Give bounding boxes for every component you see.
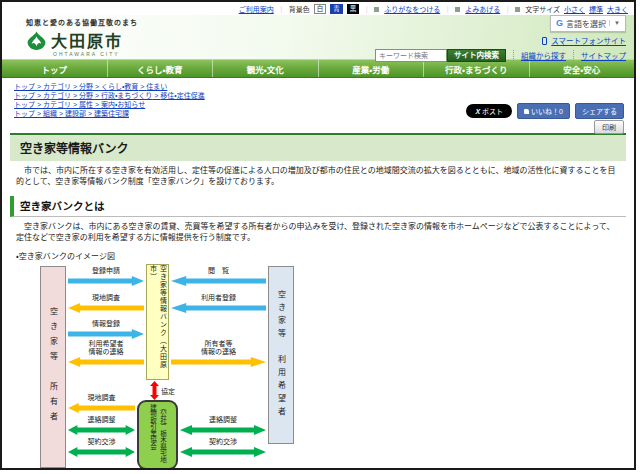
arrow-label: 契約交渉 — [180, 438, 266, 446]
furigana-icon — [374, 7, 379, 12]
arrow-site-survey-assoc — [68, 403, 135, 413]
search-input[interactable] — [375, 49, 447, 62]
breadcrumb-link[interactable]: 住まい — [146, 83, 167, 90]
agreement-arrow — [150, 381, 159, 400]
arrow-owner-info-contact — [171, 357, 266, 367]
breadcrumb-link[interactable]: 案内・お知らせ — [101, 101, 145, 108]
bg-blue-button[interactable]: 青 — [330, 4, 343, 14]
breadcrumb-link[interactable]: カテゴリ — [43, 92, 79, 99]
user-box: 空き家等 利用希望者 — [268, 266, 294, 444]
arrow-site-survey — [68, 303, 144, 313]
breadcrumb-link[interactable]: トップ — [14, 110, 43, 117]
breadcrumb-link[interactable]: 組織 — [43, 110, 65, 117]
arrow-user-registration — [171, 303, 266, 313]
sitemap-link[interactable]: サイトマップ — [573, 50, 626, 61]
breadcrumb-link[interactable]: 分野 — [79, 92, 101, 99]
city-tagline: 知恵と愛のある協働互敬のまち — [26, 17, 138, 27]
arrow-label: 現地調査 — [68, 294, 144, 302]
arrow-label: 所有者等 情報の連絡 — [171, 340, 266, 356]
nav-living-education[interactable]: くらし・教育 — [107, 60, 213, 77]
arrow-label: 連絡調整 — [180, 416, 266, 424]
facebook-share-button[interactable]: シェアする — [575, 103, 624, 119]
nav-government[interactable]: 行政・まちづくり — [423, 60, 529, 77]
x-post-label: ポスト — [482, 108, 503, 115]
section-paragraph: 空き家バンクは、市内にある空き家の賃貸、売買等を希望する所有者からの申込みを受け… — [16, 222, 620, 243]
arrow-liaison-left — [68, 425, 135, 435]
language-select-label: 言語を選択 — [566, 18, 606, 29]
nav-industry-labor[interactable]: 産業・労働 — [318, 60, 424, 77]
breadcrumb-link[interactable]: くらし・教育 — [101, 83, 146, 90]
separator: ｜ — [278, 4, 285, 14]
google-translate-icon: G — [556, 18, 563, 28]
city-logo-icon — [26, 30, 47, 51]
smartphone-icon — [542, 37, 547, 45]
thumbs-up-icon — [524, 109, 529, 114]
nav-tourism-culture[interactable]: 観光・文化 — [212, 60, 318, 77]
site-header: 知恵と愛のある協働互敬のまち 大田原市 OHTAWARA CITY G 言語を選… — [2, 15, 634, 59]
background-color-label: 背景色 — [289, 4, 310, 14]
separator: ｜ — [363, 4, 370, 14]
arrow-contract-left — [68, 447, 135, 457]
like-label: いいね！0 — [531, 108, 563, 115]
bg-white-button[interactable]: 白 — [314, 4, 327, 14]
speaker-icon — [455, 7, 460, 12]
breadcrumb-line: トップカテゴリ分野くらし・教育住まい — [14, 82, 634, 91]
bg-black-button[interactable]: 黒 — [347, 4, 360, 14]
breadcrumb-link[interactable]: 移住・定住促進 — [160, 92, 204, 99]
bank-box: 空き家等情報バンク（大田原市） — [146, 264, 169, 380]
site-brand[interactable]: 知恵と愛のある協働互敬のまち 大田原市 OHTAWARA CITY — [26, 17, 138, 57]
language-select[interactable]: G 言語を選択 ▼ — [550, 15, 626, 32]
arrow-label: 登録申請 — [68, 267, 144, 275]
breadcrumb-link[interactable]: 属性 — [79, 101, 101, 108]
arrow-label: 現地調査 — [68, 394, 135, 402]
arrow-contract-right — [180, 447, 266, 457]
facebook-like-button[interactable]: いいね！0 — [517, 103, 570, 119]
breadcrumb-link[interactable]: カテゴリ — [43, 101, 79, 108]
breadcrumb-link[interactable]: カテゴリ — [43, 83, 79, 90]
vacant-house-bank-diagram: 空き家等 所有者 空き家等 利用希望者 空き家等情報バンク（大田原市） （公社）… — [40, 264, 294, 470]
diagram-caption: ・空き家バンクのイメージ図 — [16, 250, 634, 261]
org-search-link[interactable]: 組織から探す — [513, 50, 566, 61]
print-button[interactable]: 印刷 — [594, 120, 624, 134]
smartphone-site-link[interactable]: スマートフォンサイト — [551, 37, 626, 46]
owner-box: 空き家等 所有者 — [40, 266, 66, 468]
city-name-en: OHTAWARA CITY — [53, 51, 138, 57]
browser-page: ご利用案内 ｜ 背景色 白 青 黒 ｜ ふりがなをつける ｜ よみあげる ｜ 文… — [0, 0, 636, 470]
arrow-info-registration — [68, 329, 144, 339]
nav-safety[interactable]: 安全・安心 — [529, 60, 635, 77]
intro-paragraph: 市では、市内に所在する空き家を有効活用し、定住等の促進による人口の増加及び都市の… — [16, 166, 620, 187]
breadcrumb-link[interactable]: 行政・まちづくり — [101, 92, 160, 99]
arrow-label: 利用者登録 — [171, 294, 266, 302]
breadcrumb-line: トップカテゴリ分野行政・まちづくり移住・定住促進 — [14, 91, 634, 100]
nav-top[interactable]: トップ — [2, 60, 107, 77]
arrow-label: 利用希望者 情報の連絡 — [68, 340, 144, 356]
arrow-liaison-right — [180, 425, 266, 435]
x-post-button[interactable]: Xポスト — [466, 104, 512, 118]
breadcrumb-link[interactable]: トップ — [14, 101, 43, 108]
global-nav: トップ くらし・教育 観光・文化 産業・労働 行政・まちづくり 安全・安心 — [2, 59, 634, 78]
arrow-label: 情報登録 — [68, 320, 144, 328]
city-name: 大田原市 — [51, 28, 123, 52]
breadcrumb-link[interactable]: 建設部 — [65, 110, 94, 117]
share-buttons: Xポスト いいね！0 シェアする — [466, 103, 624, 119]
arrow-user-info-contact — [68, 357, 144, 367]
breadcrumb-link[interactable]: トップ — [14, 92, 43, 99]
association-box: （公社）栃木県宅地建物取引業協会 — [137, 400, 178, 470]
arrow-label: 閲 覧 — [171, 267, 266, 275]
breadcrumb-link[interactable]: 分野 — [79, 83, 101, 90]
section-heading: 空き家バンクとは — [10, 196, 626, 217]
arrow-browse — [171, 276, 266, 286]
arrow-label: 契約交渉 — [68, 438, 135, 446]
arrow-registration-application — [68, 276, 144, 286]
site-search-button[interactable]: サイト内検索 — [447, 49, 506, 62]
breadcrumb-link[interactable]: 建築住宅課 — [94, 110, 129, 117]
agreement-label: 協定 — [161, 386, 175, 396]
chevron-down-icon: ▼ — [609, 20, 620, 26]
page-title: 空き家等情報バンク — [10, 133, 626, 161]
breadcrumb-link[interactable]: トップ — [14, 83, 43, 90]
text-size-icon — [515, 7, 520, 12]
x-icon: X — [475, 108, 480, 115]
guide-link[interactable]: ご利用案内 — [239, 4, 274, 14]
arrow-label: 連絡調整 — [68, 416, 135, 424]
